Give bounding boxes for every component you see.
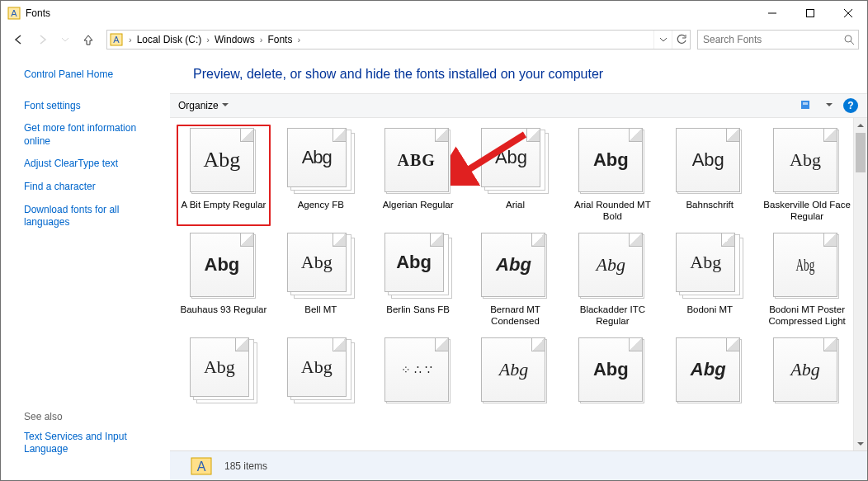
scrollbar[interactable] [853,118,867,450]
font-name: Arial [506,199,525,222]
font-sample: Abg [499,359,528,380]
scroll-up-button[interactable] [854,118,867,132]
search-icon[interactable] [843,34,855,49]
scroll-down-button[interactable] [854,436,867,450]
font-thumbnail: Abg [578,337,646,405]
font-thumbnail: Abg [676,233,743,300]
font-item[interactable]: AbgBerlin Sans FB [371,229,465,331]
font-item[interactable]: Abg [760,334,854,435]
sidebar-link-font-settings[interactable]: Font settings [24,100,156,113]
breadcrumb-item[interactable]: Windows [213,34,257,45]
close-button[interactable] [829,1,867,26]
status-bar: A 185 items [170,450,867,480]
font-item[interactable]: AbgBauhaus 93 Regular [177,229,271,331]
sidebar-link-find-char[interactable]: Find a character [24,181,156,194]
font-item[interactable]: Abg [274,334,368,435]
font-name: Blackadder ITC Regular [568,304,656,328]
svg-text:A: A [197,460,206,474]
font-name: Algerian Regular [383,199,454,222]
organize-menu[interactable]: Organize [178,100,229,111]
fonts-folder-icon: A [107,33,125,46]
svg-line-9 [851,41,854,45]
toolbar: Organize ? [170,93,867,118]
font-item[interactable]: AbgA Bit Empty Regular [177,125,271,226]
font-thumbnail: Abg [190,128,257,196]
svg-rect-11 [803,102,808,105]
font-sample: Abg [396,252,432,273]
chevron-right-icon[interactable]: › [203,35,213,45]
font-item[interactable]: AbgBahnschrift [663,125,757,226]
breadcrumb[interactable]: A › Local Disk (C:) › Windows › Fonts › [106,30,691,50]
font-item[interactable]: AbgBell MT [274,229,368,331]
sidebar-link-download[interactable]: Download fonts for all languages [24,204,156,229]
minimize-button[interactable] [753,1,791,26]
font-thumbnail: Abg [676,128,743,196]
font-item[interactable]: Abg [565,334,659,435]
font-sample: Abg [690,252,721,273]
font-thumbnail: Abg [190,337,257,405]
font-thumbnail: Abg [481,233,549,300]
breadcrumb-item[interactable]: Fonts [266,34,294,45]
font-sample: Abg [301,252,333,273]
maximize-button[interactable] [791,1,829,26]
font-sample: Abg [790,359,819,380]
font-sample: Abg [597,254,625,276]
breadcrumb-item[interactable]: Local Disk (C:) [135,34,204,45]
font-thumbnail: Abg [384,233,452,300]
chevron-right-icon[interactable]: › [257,35,267,45]
view-options-button[interactable] [800,97,816,114]
font-item[interactable]: ⁘ ∴ ∵ [371,334,465,435]
font-thumbnail: Abg [676,337,743,405]
font-thumbnail: Abg [773,128,841,196]
sidebar-link-more-info[interactable]: Get more font information online [24,122,156,148]
sidebar-link-cleartype[interactable]: Adjust ClearType text [24,158,156,171]
font-item[interactable]: AbgBaskerville Old Face Regular [760,125,854,226]
view-dropdown[interactable] [821,97,837,114]
search-box[interactable] [697,30,859,50]
font-item[interactable]: Abg [663,334,757,435]
font-item[interactable]: AbgArial [469,125,563,226]
page-title: Preview, delete, or show and hide the fo… [170,54,867,93]
chevron-down-icon [222,102,229,109]
sidebar-link-text-services[interactable]: Text Services and Input Language [24,431,156,456]
back-button[interactable] [9,30,29,50]
font-item[interactable]: Abg [177,334,271,435]
font-sample: Abg [691,359,726,380]
font-sample: Abg [205,254,240,276]
font-item[interactable]: AbgArial Rounded MT Bold [565,125,659,226]
font-item[interactable]: Abg [469,334,563,435]
font-item[interactable]: AbgBodoni MT Poster Compressed Light [760,229,854,331]
font-thumbnail: Abg [773,233,841,300]
recent-dropdown[interactable] [55,30,75,50]
font-thumbnail: Abg [287,128,355,196]
font-name: Bodoni MT [686,304,733,327]
font-sample: Abg [593,149,629,171]
font-item[interactable]: AbgBlackadder ITC Regular [565,229,659,331]
font-thumbnail: Abg [190,233,257,300]
font-thumbnail: Abg [287,233,355,300]
font-name: Agency FB [298,199,344,222]
scroll-thumb[interactable] [856,133,866,172]
font-sample: Abg [593,359,629,380]
font-name: Arial Rounded MT Bold [568,199,656,223]
refresh-button[interactable] [672,31,690,49]
font-name: Bahnschrift [686,199,734,222]
control-panel-home-link[interactable]: Control Panel Home [24,68,156,82]
font-item[interactable]: AbgBodoni MT [663,229,757,331]
font-sample: Abg [790,149,821,171]
font-item[interactable]: ABGAlgerian Regular [371,125,465,226]
history-dropdown[interactable] [653,31,672,49]
help-button[interactable]: ? [842,97,859,114]
search-input[interactable] [698,31,858,49]
forward-button[interactable] [32,30,52,50]
font-name: Bell MT [304,304,337,327]
chevron-right-icon[interactable]: › [125,35,135,45]
font-sample: Abg [302,147,332,168]
svg-point-8 [845,35,851,42]
up-button[interactable] [78,30,98,50]
font-sample: Abg [495,147,527,168]
font-item[interactable]: AbgAgency FB [274,125,368,226]
chevron-right-icon[interactable]: › [294,35,304,45]
font-item[interactable]: AbgBernard MT Condensed [469,229,563,331]
font-thumbnail: Abg [578,233,646,300]
